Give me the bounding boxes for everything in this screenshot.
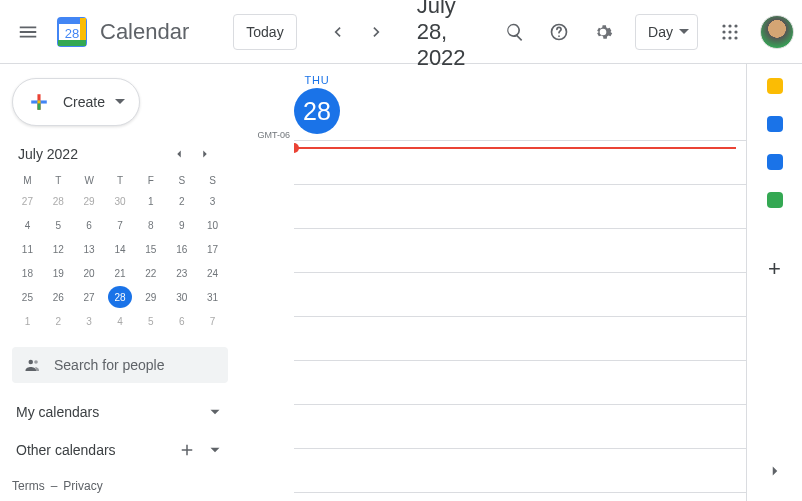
today-button[interactable]: Today	[233, 14, 296, 50]
mini-day-cell[interactable]: 19	[46, 262, 70, 284]
keep-icon[interactable]	[765, 76, 785, 96]
mini-calendar-grid: MTWTFSS272829301234567891011121314151617…	[12, 172, 228, 333]
mini-day-cell[interactable]: 21	[108, 262, 132, 284]
day-number-button[interactable]: 28	[294, 88, 340, 134]
main-menu-button[interactable]	[8, 12, 48, 52]
mini-day-cell[interactable]: 30	[170, 286, 194, 308]
mini-day-cell[interactable]: 5	[139, 310, 163, 332]
mini-day-cell[interactable]: 14	[108, 238, 132, 260]
mini-day-cell[interactable]: 4	[15, 214, 39, 236]
view-switcher[interactable]: Day	[635, 14, 698, 50]
plus-multicolor-icon	[25, 88, 53, 116]
svg-point-11	[728, 30, 731, 33]
mini-day-cell[interactable]: 16	[170, 238, 194, 260]
mini-day-cell[interactable]: 12	[46, 238, 70, 260]
mini-day-cell[interactable]: 9	[170, 214, 194, 236]
mini-day-cell[interactable]: 28	[108, 286, 132, 308]
collapse-sidepanel-button[interactable]	[755, 451, 795, 491]
mini-day-cell[interactable]: 5	[46, 214, 70, 236]
mini-day-cell[interactable]: 25	[15, 286, 39, 308]
other-calendars-label: Other calendars	[16, 442, 116, 458]
mini-day-cell[interactable]: 27	[15, 190, 39, 212]
hour-row[interactable]: 3 PM	[294, 229, 746, 273]
mini-day-cell[interactable]: 22	[139, 262, 163, 284]
chevron-left-icon	[172, 147, 186, 161]
my-calendars-label: My calendars	[16, 404, 99, 420]
mini-day-cell[interactable]: 1	[15, 310, 39, 332]
mini-day-cell[interactable]: 2	[170, 190, 194, 212]
tasks-icon[interactable]	[765, 114, 785, 134]
mini-prev-month[interactable]	[172, 142, 196, 166]
mini-day-cell[interactable]: 8	[139, 214, 163, 236]
app-name: Calendar	[100, 19, 189, 45]
mini-day-cell[interactable]: 6	[77, 214, 101, 236]
mini-day-cell[interactable]: 3	[77, 310, 101, 332]
apps-grid-icon	[721, 23, 739, 41]
calendar-logo[interactable]: 28 Calendar	[52, 12, 189, 52]
current-time-indicator	[294, 147, 736, 149]
day-of-week-label: THU	[294, 74, 340, 86]
view-label: Day	[648, 24, 673, 40]
mini-day-cell[interactable]: 23	[170, 262, 194, 284]
svg-point-8	[728, 24, 731, 27]
mini-day-cell[interactable]: 11	[15, 238, 39, 260]
mini-day-cell[interactable]: 29	[139, 286, 163, 308]
search-button[interactable]	[495, 12, 535, 52]
mini-day-cell[interactable]: 10	[201, 214, 225, 236]
mini-day-cell[interactable]: 31	[201, 286, 225, 308]
hour-row[interactable]: 2 PM	[294, 185, 746, 229]
create-button[interactable]: Create	[12, 78, 140, 126]
search-people-input[interactable]: Search for people	[12, 347, 228, 383]
mini-calendar-title: July 2022	[18, 146, 78, 162]
hour-grid[interactable]: 1 PM2 PM3 PM4 PM5 PM6 PM7 PM8 PM9 PM	[294, 140, 746, 501]
hour-row[interactable]: 4 PM	[294, 273, 746, 317]
maps-icon[interactable]	[765, 190, 785, 210]
account-avatar[interactable]	[760, 15, 794, 49]
mini-day-cell[interactable]: 17	[201, 238, 225, 260]
next-period-button[interactable]	[357, 12, 397, 52]
mini-day-cell[interactable]: 26	[46, 286, 70, 308]
search-icon	[505, 22, 525, 42]
mini-day-cell[interactable]: 24	[201, 262, 225, 284]
hour-row[interactable]: 5 PM	[294, 317, 746, 361]
settings-button[interactable]	[583, 12, 623, 52]
contacts-icon[interactable]	[765, 152, 785, 172]
mini-day-cell[interactable]: 4	[108, 310, 132, 332]
plus-icon[interactable]	[178, 441, 196, 459]
other-calendars-toggle[interactable]: Other calendars	[12, 441, 228, 459]
add-addon-button[interactable]: +	[768, 256, 781, 282]
mini-day-cell[interactable]: 7	[108, 214, 132, 236]
gear-icon	[593, 22, 613, 42]
terms-link[interactable]: Terms	[12, 479, 45, 493]
header: 28 Calendar Today July 28, 2022 Day	[0, 0, 802, 64]
mini-day-cell[interactable]: 2	[46, 310, 70, 332]
mini-day-cell[interactable]: 29	[77, 190, 101, 212]
hour-row[interactable]: 7 PM	[294, 405, 746, 449]
mini-day-cell[interactable]: 18	[15, 262, 39, 284]
mini-day-cell[interactable]: 20	[77, 262, 101, 284]
mini-day-cell[interactable]: 28	[46, 190, 70, 212]
hour-row[interactable]: 9 PM	[294, 493, 746, 501]
caret-down-icon	[115, 97, 125, 107]
mini-day-cell[interactable]: 27	[77, 286, 101, 308]
google-apps-button[interactable]	[710, 12, 750, 52]
support-button[interactable]	[539, 12, 579, 52]
mini-next-month[interactable]	[198, 142, 222, 166]
create-label: Create	[63, 94, 105, 110]
help-icon	[549, 22, 569, 42]
chevron-down-icon	[206, 403, 224, 421]
mini-day-cell[interactable]: 30	[108, 190, 132, 212]
mini-day-cell[interactable]: 3	[201, 190, 225, 212]
hour-row[interactable]: 8 PM	[294, 449, 746, 493]
my-calendars-toggle[interactable]: My calendars	[12, 403, 228, 421]
privacy-link[interactable]: Privacy	[63, 479, 102, 493]
mini-day-cell[interactable]: 1	[139, 190, 163, 212]
mini-day-cell[interactable]: 15	[139, 238, 163, 260]
mini-day-cell[interactable]: 6	[170, 310, 194, 332]
hour-row[interactable]: 6 PM	[294, 361, 746, 405]
svg-rect-18	[767, 78, 783, 94]
left-sidebar: Create July 2022 MTWTFSS2728293012345678…	[0, 64, 248, 501]
mini-day-cell[interactable]: 7	[201, 310, 225, 332]
prev-period-button[interactable]	[317, 12, 357, 52]
mini-day-cell[interactable]: 13	[77, 238, 101, 260]
